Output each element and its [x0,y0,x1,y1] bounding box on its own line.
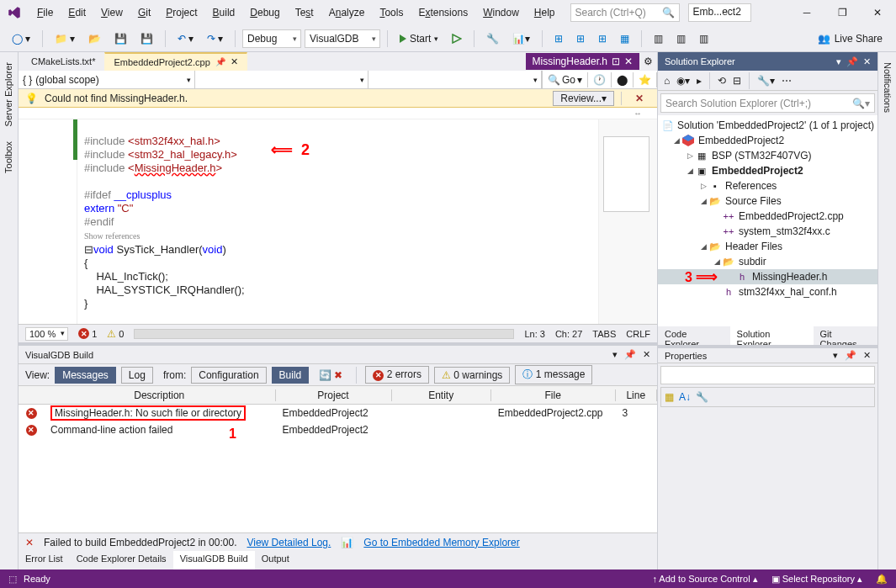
gdb-btn-1[interactable]: 🔧 [481,29,504,48]
build-refresh-icon[interactable]: 🔄✖ [314,366,347,384]
panel-dropdown-icon[interactable]: ▾ [836,56,841,67]
select-repository[interactable]: ▣ Select Repository ▴ [771,574,862,585]
se-flag-icon[interactable]: ▸ [694,73,704,88]
gdb-btn-6[interactable]: ▦ [615,29,634,48]
col-line[interactable]: Line [616,389,657,401]
config-button[interactable]: Configuration [191,367,266,384]
gdb-btn-3[interactable]: ⊞ [549,29,568,48]
review-button[interactable]: Review...▾ [553,91,614,106]
gdb-btn-9[interactable]: ▥ [694,29,713,48]
menu-window[interactable]: Window [476,3,526,22]
tab-cmakelists[interactable]: CMakeLists.txt* [22,53,104,70]
memory-explorer-link[interactable]: Go to Embedded Memory Explorer [363,537,519,548]
split-handle[interactable]: ↔ [19,108,657,119]
errors-filter[interactable]: ✕ 2 errors [365,366,429,384]
node-embeddedproject2-cpp[interactable]: ++ EmbeddedProject2.cpp [658,209,877,224]
col-project[interactable]: Project [276,389,392,401]
error-row-1[interactable]: ✕ MissingHeader.h: No such file or direc… [19,405,657,421]
menu-tools[interactable]: Tools [373,3,410,22]
star-button[interactable]: ⭐ [634,72,657,87]
gdb-btn-7[interactable]: ▥ [649,29,668,48]
error-row-2[interactable]: ✕ Command-line action failed EmbeddedPro… [19,421,657,438]
start-without-debug-button[interactable] [447,32,467,45]
panel-pin-icon[interactable]: 📌 [845,350,856,361]
close-tab-icon[interactable]: ✕ [624,56,633,67]
menu-project[interactable]: Project [159,3,204,22]
se-view-icon[interactable]: ◉▾ [674,73,692,88]
menu-extensions[interactable]: Extensions [411,3,475,22]
gdb-btn-2[interactable]: 📊▾ [507,29,535,48]
node-hal-conf-h[interactable]: h stm32f4xx_hal_conf.h [658,284,877,299]
view-log-link[interactable]: View Detailed Log. [247,537,331,548]
code-editor[interactable]: #include <stm32f4xx_hal.h> #include <stm… [19,119,657,324]
build-button[interactable]: Build [272,367,310,384]
go-button[interactable]: 🔍Go▾ [543,72,588,87]
close-tab-icon[interactable]: ✕ [231,56,238,67]
preview-tab-missingheader[interactable]: MissingHeader.h ⊡ ✕ [526,53,639,70]
code-area[interactable]: #include <stm32f4xx_hal.h> #include <stm… [77,119,598,324]
platform-combo[interactable]: VisualGDB [305,29,380,48]
restore-button[interactable]: ❐ [830,3,854,22]
properties-combo[interactable] [660,366,875,384]
menu-build[interactable]: Build [206,3,242,22]
se-tab-git-changes[interactable]: Git Changes [814,326,878,345]
undo-button[interactable]: ↶▾ [172,29,199,48]
node-references[interactable]: ▷ ▪ References [658,178,877,193]
promote-icon[interactable]: ⊡ [612,56,620,67]
panel-dropdown-icon[interactable]: ▾ [833,350,838,361]
notifications-tab[interactable]: Notifications [878,55,896,120]
type-combo[interactable] [195,71,368,88]
col-file[interactable]: File [491,389,616,401]
node-solution[interactable]: 📄 Solution 'EmbeddedProject2' (1 of 1 pr… [658,118,877,133]
solution-explorer-search[interactable]: Search Solution Explorer (Ctrl+;) 🔍▾ [660,93,875,113]
menu-test[interactable]: Test [289,3,321,22]
minimap[interactable] [598,119,657,324]
warnings-filter[interactable]: ⚠ 0 warnings [434,367,510,384]
scrollbar-horizontal[interactable] [134,329,514,339]
warning-indicator[interactable]: ⚠0 [107,328,124,340]
open-button[interactable]: 📂 [83,29,106,48]
start-debug-button[interactable]: Start ▾ [395,31,443,46]
menu-debug[interactable]: Debug [243,3,286,22]
se-tab-solution-explorer[interactable]: Solution Explorer [730,326,814,345]
tab-visualgdb-build[interactable]: VisualGDB Build [173,551,255,569]
toolbox-tab[interactable]: Toolbox [0,134,18,181]
info-filter[interactable]: ⓘ 1 message [515,365,592,384]
info-close-button[interactable]: ✕ [628,93,650,104]
menu-edit[interactable]: Edit [61,3,93,22]
menu-help[interactable]: Help [528,3,562,22]
tab-embeddedproject2-cpp[interactable]: EmbeddedProject2.cpp 📌 ✕ [104,52,247,71]
se-more-icon[interactable]: ⋯ [779,73,794,88]
gdb-btn-8[interactable]: ▥ [671,29,691,48]
node-project[interactable]: ◢ EmbeddedProject2 [658,133,877,148]
scope-combo[interactable]: { } (global scope) [19,71,195,88]
add-source-control[interactable]: ↑ Add to Source Control ▴ [652,574,757,585]
error-indicator[interactable]: ✕1 [78,328,97,339]
rec-button[interactable]: ⬤ [612,72,634,87]
panel-close-icon[interactable]: ✕ [863,350,871,361]
node-project-inner[interactable]: ◢ ▣ EmbeddedProject2 [658,163,877,178]
zoom-combo[interactable]: 100 % [25,327,68,341]
solution-name-box[interactable]: Emb...ect2 [688,3,751,22]
node-system-stm32-c[interactable]: ++ system_stm32f4xx.c [658,224,877,239]
live-share-button[interactable]: 👥 Live Share [811,30,889,47]
gdb-btn-4[interactable]: ⊞ [571,29,590,48]
output-icon[interactable]: ⬚ [8,574,17,585]
save-button[interactable]: 💾 [109,29,132,48]
tab-output[interactable]: Output [255,551,296,569]
menu-analyze[interactable]: Analyze [322,3,372,22]
col-description[interactable]: Description [44,389,276,401]
categorized-icon[interactable]: ▦ [665,391,674,403]
se-wrench-icon[interactable]: 🔧▾ [755,73,777,88]
member-combo[interactable] [368,71,542,88]
pin-icon[interactable]: 📌 [215,57,225,66]
log-button[interactable]: Log [121,367,153,384]
node-source-files[interactable]: ◢ 📂 Source Files [658,193,877,209]
props-wrench-icon[interactable]: 🔧 [696,391,708,403]
tab-code-explorer-details[interactable]: Code Explorer Details [70,551,173,569]
messages-button[interactable]: Messages [55,367,116,384]
col-entity[interactable]: Entity [392,389,491,401]
title-search-box[interactable]: Search (Ctrl+Q) 🔍 [570,3,680,22]
menu-git[interactable]: Git [131,3,157,22]
se-home-icon[interactable]: ⌂ [661,73,672,88]
